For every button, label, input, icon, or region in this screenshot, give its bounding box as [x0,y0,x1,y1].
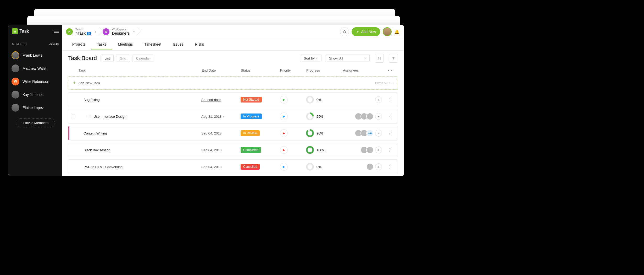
row-menu-icon[interactable]: ⋮ [382,131,398,136]
sort-direction-button[interactable]: ↑↓ [375,54,384,63]
col-end-date: End Date [202,68,241,72]
task-row[interactable]: ⋮⋮User Interface DesignAug 31, 2018▾In P… [68,109,398,124]
member-name: Elaine Lopez [23,106,44,110]
add-task-row[interactable]: + Add New Task Press Alt + T [68,76,398,90]
show-filter-select[interactable]: Show: All ▾ [325,55,370,62]
status-badge[interactable]: Cancelled [241,164,260,170]
brand-logo[interactable]: n Task [12,28,29,34]
filter-button[interactable] [389,54,398,63]
chevron-down-icon[interactable]: ▾ [133,30,135,34]
progress-ring-icon [306,112,314,120]
row-menu-icon[interactable]: ⋮ [382,164,398,169]
task-name: Black Box Testing [79,148,201,152]
tab-issues[interactable]: Issues [167,39,189,50]
workspace-name: Designers [112,31,130,35]
priority-flag[interactable]: ▶ [280,112,288,120]
progress-ring-icon [306,146,314,154]
row-menu-icon[interactable]: ⋮ [382,97,398,102]
view-grid-button[interactable]: Grid [116,55,130,62]
tab-meetings[interactable]: Meetings [112,39,138,50]
task-name: ⋮⋮User Interface Design [79,114,201,118]
drag-handle-icon[interactable] [68,165,70,169]
member-item[interactable]: WWillie Robertson [8,75,62,88]
user-avatar[interactable] [383,27,392,36]
assignee-avatar[interactable] [366,146,374,154]
col-status: Status [241,68,280,72]
filter-icon [392,56,395,60]
member-item[interactable]: Matthew Walsh [8,62,62,75]
member-item[interactable]: Kay Jimenez [8,88,62,101]
priority-flag[interactable]: ▶ [280,146,288,154]
tab-risks[interactable]: Risks [189,39,210,50]
search-icon [343,30,347,34]
task-row[interactable]: Content WritingSep 04, 2018In Review▶90%… [68,126,398,141]
col-task: Task [79,68,202,72]
task-end-date[interactable]: Set end date [201,98,241,102]
status-badge[interactable]: Completed [241,147,261,153]
view-calendar-button[interactable]: Calendar [132,55,154,62]
task-row[interactable]: Black Box TestingSep 04, 2018Completed▶1… [68,143,398,157]
column-options-icon[interactable]: ⋯ [382,67,398,73]
avatar [12,104,19,112]
task-row[interactable]: PSD to HTML ConversionSep 04, 2018Cancel… [68,159,398,174]
view-list-button[interactable]: List [101,55,114,62]
search-button[interactable] [340,27,349,36]
tab-tasks[interactable]: Tasks [91,39,112,50]
task-end-date[interactable]: Sep 04, 2018 [201,131,241,135]
sort-by-select[interactable]: Sort by▾ [300,55,321,62]
add-assignee-button[interactable]: + [375,130,382,137]
menu-icon[interactable] [54,30,59,33]
plus-icon: + [73,80,76,86]
view-all-link[interactable]: View All [49,42,59,46]
assignee-avatar[interactable] [366,113,374,120]
add-assignee-button[interactable]: + [375,113,382,120]
breadcrumb-team[interactable]: n Team nTaskP ▾ [64,27,101,37]
task-name: PSD to HTML Conversion [79,165,201,169]
member-item[interactable]: Frank Lewis [8,49,62,62]
progress-value: 100% [317,148,325,152]
member-name: Kay Jimenez [23,93,43,97]
priority-flag[interactable]: ▶ [280,129,288,137]
status-badge[interactable]: In Review [241,130,260,136]
main-panel: n Team nTaskP ▾ D Workspace Designers ▾ [62,25,404,176]
add-new-button[interactable]: ＋Add New [352,27,380,36]
task-row[interactable]: Bug FixingSet end dateNot Started▶0%+⋮ [68,92,398,107]
row-menu-icon[interactable]: ⋮ [382,148,398,153]
task-end-date[interactable]: Aug 31, 2018▾ [201,115,241,118]
notifications-icon[interactable]: 🔔 [394,29,399,34]
add-assignee-button[interactable]: + [375,163,382,170]
sidebar: n Task MEMBERS View All Frank LewisMatth… [8,25,62,176]
breadcrumb-workspace[interactable]: D Workspace Designers ▾ [101,27,140,37]
drag-handle-icon[interactable] [68,131,70,135]
workspace-avatar-icon: D [103,28,109,35]
member-item[interactable]: Elaine Lopez [8,101,62,114]
task-end-date[interactable]: Sep 04, 2018 [201,148,241,152]
chevron-down-icon[interactable]: ▾ [95,30,96,34]
priority-flag[interactable]: ▶ [280,163,288,171]
tab-projects[interactable]: Projects [66,39,91,50]
status-badge[interactable]: In Progress [241,114,262,119]
drag-handle-icon[interactable] [68,148,70,152]
main-nav-tabs: ProjectsTasksMeetingsTimesheetIssuesRisk… [62,39,404,51]
invite-members-button[interactable]: + Invite Members [16,118,55,127]
team-name: nTask [75,31,86,35]
assignee-overflow[interactable]: +4 [366,130,374,137]
task-list: Bug FixingSet end dateNot Started▶0%+⋮⋮⋮… [62,92,404,176]
member-name: Frank Lewis [23,53,42,57]
member-name: Willie Robertson [23,79,49,84]
tab-timesheet[interactable]: Timesheet [138,39,167,50]
task-end-date[interactable]: Sep 04, 2018 [201,165,241,169]
avatar [12,91,19,99]
workspace-label: Workspace [112,28,130,31]
progress-ring-icon [306,96,314,104]
status-badge[interactable]: Not Started [241,97,262,103]
add-assignee-button[interactable]: + [375,96,382,103]
svg-point-0 [343,30,346,33]
row-menu-icon[interactable]: ⋮ [382,114,398,119]
assignee-avatar[interactable] [366,163,374,170]
logo-mark-icon: n [12,28,18,34]
task-checkbox[interactable] [72,115,75,118]
priority-flag[interactable]: ▶ [280,96,288,104]
drag-handle-icon[interactable] [68,98,70,102]
add-assignee-button[interactable]: + [375,147,382,153]
